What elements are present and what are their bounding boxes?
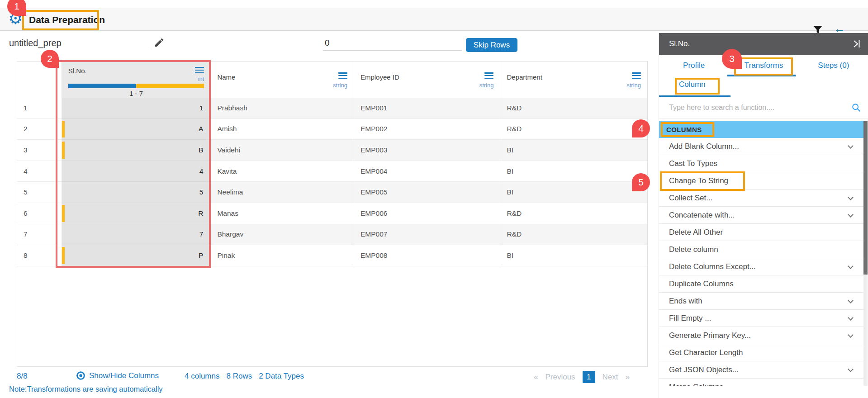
table-body: 1 1 Prabhash EMP001 R&D 2 A Amish EMP002… — [17, 98, 647, 266]
row-number-cell: 8 — [17, 245, 62, 266]
slno-cell[interactable]: 4 — [62, 161, 211, 182]
column-header-name[interactable]: Name string — [210, 62, 354, 98]
department-cell[interactable]: BI — [500, 161, 647, 182]
table-row[interactable]: 4 4 Kavita EMP004 BI — [17, 161, 647, 182]
employee-id-cell[interactable]: EMP008 — [354, 245, 500, 266]
transform-item-fill-empty[interactable]: Fill Empty ... — [659, 310, 863, 327]
name-cell[interactable]: Pinak — [210, 245, 354, 266]
chevron-down-icon[interactable] — [848, 332, 854, 338]
department-cell[interactable]: R&D — [500, 98, 647, 119]
rows-stat: 8 Rows — [226, 372, 252, 381]
function-search — [659, 97, 868, 118]
show-hide-columns[interactable]: Show/Hide Columns — [76, 371, 159, 380]
table-row[interactable]: 7 7 Bhargav EMP007 R&D — [17, 224, 647, 246]
table-row[interactable]: 1 1 Prabhash EMP001 R&D — [17, 98, 647, 119]
last-page-symbol[interactable]: » — [626, 373, 630, 382]
row-number-cell: 3 — [17, 140, 62, 161]
function-search-input[interactable] — [669, 101, 845, 114]
sidebar-scrollbar-thumb[interactable] — [863, 121, 868, 275]
skip-rows-button[interactable]: Skip Rows — [466, 38, 517, 52]
transform-item-delete-columns-except[interactable]: Delete Columns Except... — [659, 258, 863, 275]
transform-item-get-character-length[interactable]: Get Character Length — [659, 344, 863, 361]
department-cell[interactable]: R&D — [500, 224, 647, 246]
transform-item-generate-primary-key[interactable]: Generate Primary Key... — [659, 327, 863, 344]
collapse-panel-icon[interactable] — [852, 39, 861, 48]
transform-item-get-json-objects[interactable]: Get JSON Objects... — [659, 361, 863, 379]
table-row[interactable]: 2 A Amish EMP002 R&D — [17, 119, 647, 140]
skip-rows-input[interactable]: 0 — [325, 38, 330, 48]
employee-id-cell[interactable]: EMP003 — [354, 140, 500, 161]
chevron-down-icon[interactable] — [848, 366, 854, 372]
tab-profile[interactable]: Profile — [659, 55, 729, 76]
table-row[interactable]: 6 R Manas EMP006 R&D — [17, 203, 647, 224]
transform-item-delete-all-other[interactable]: Delete All Other — [659, 224, 863, 241]
column-name: Sl.No. — [68, 67, 87, 75]
search-icon[interactable] — [851, 103, 861, 113]
transform-item-delete-column[interactable]: Delete column — [659, 241, 863, 258]
department-cell[interactable]: R&D — [500, 119, 647, 140]
invalid-value-flag-bar — [62, 205, 65, 222]
department-cell[interactable]: BI — [500, 182, 647, 203]
name-cell[interactable]: Bhargav — [210, 224, 354, 246]
column-range: 1 - 7 — [62, 90, 211, 97]
table-row[interactable]: 8 P Pinak EMP008 BI — [17, 245, 647, 266]
transform-item-cast-to-types[interactable]: Cast To Types — [659, 155, 863, 172]
transform-item-collect-set[interactable]: Collect Set... — [659, 190, 863, 207]
column-menu-icon[interactable] — [484, 72, 493, 79]
table-row[interactable]: 5 5 Neelima EMP005 BI — [17, 182, 647, 203]
column-menu-icon[interactable] — [338, 72, 347, 79]
transform-item-duplicate-columns[interactable]: Duplicate Columns — [659, 275, 863, 293]
transform-item-merge-columns[interactable]: Merge Columns... — [659, 379, 863, 386]
previous-page-button[interactable]: Previous — [545, 373, 575, 382]
selected-column-title: Sl.No. — [669, 39, 690, 48]
column-header-department[interactable]: Department string — [500, 62, 647, 98]
column-header-slno[interactable]: Sl.No. int 1 - 7 — [62, 62, 211, 98]
chevron-down-icon[interactable] — [848, 212, 854, 218]
slno-cell[interactable]: 5 — [62, 182, 211, 203]
employee-id-cell[interactable]: EMP001 — [354, 98, 500, 119]
chevron-down-icon[interactable] — [848, 263, 854, 269]
column-type: string — [333, 82, 347, 89]
employee-id-cell[interactable]: EMP002 — [354, 119, 500, 140]
column-header-employee-id[interactable]: Employee ID string — [354, 62, 500, 98]
transform-item-change-to-string[interactable]: Change To String — [659, 172, 863, 190]
sidebar-tabs: Profile Transforms Steps (0) — [659, 55, 868, 76]
chevron-down-icon[interactable] — [848, 315, 854, 321]
name-cell[interactable]: Vaidehi — [210, 140, 354, 161]
name-cell[interactable]: Amish — [210, 119, 354, 140]
department-cell[interactable]: BI — [500, 140, 647, 161]
department-cell[interactable]: R&D — [500, 203, 647, 224]
edit-pencil-icon[interactable] — [154, 37, 165, 48]
name-cell[interactable]: Manas — [210, 203, 354, 224]
slno-cell[interactable]: 1 — [62, 98, 211, 119]
name-cell[interactable]: Kavita — [210, 161, 354, 182]
employee-id-cell[interactable]: EMP004 — [354, 161, 500, 182]
slno-cell[interactable]: B — [62, 140, 211, 161]
chevron-down-icon[interactable] — [848, 194, 854, 200]
employee-id-cell[interactable]: EMP005 — [354, 182, 500, 203]
slno-cell[interactable]: 7 — [62, 224, 211, 246]
app-title: Data Preparation — [29, 14, 105, 25]
subtab-column[interactable]: Column — [679, 80, 706, 89]
department-cell[interactable]: BI — [500, 245, 647, 266]
slno-cell[interactable]: R — [62, 203, 211, 224]
table-row[interactable]: 3 B Vaidehi EMP003 BI — [17, 140, 647, 161]
column-menu-icon[interactable] — [195, 67, 204, 73]
first-page-symbol[interactable]: « — [534, 373, 538, 382]
column-menu-icon[interactable] — [632, 72, 641, 79]
next-page-button[interactable]: Next — [602, 373, 618, 382]
chevron-down-icon[interactable] — [848, 143, 854, 149]
prep-name-field[interactable]: untitled_prep — [9, 38, 62, 48]
current-page-indicator[interactable]: 1 — [583, 371, 595, 383]
transform-item-ends-with[interactable]: Ends with — [659, 293, 863, 310]
employee-id-cell[interactable]: EMP006 — [354, 203, 500, 224]
slno-cell[interactable]: P — [62, 245, 211, 266]
chevron-down-icon[interactable] — [848, 298, 854, 303]
employee-id-cell[interactable]: EMP007 — [354, 224, 500, 246]
slno-cell[interactable]: A — [62, 119, 211, 140]
tab-steps[interactable]: Steps (0) — [799, 55, 868, 76]
name-cell[interactable]: Prabhash — [210, 98, 354, 119]
transform-item-add-blank-column[interactable]: Add Blank Column... — [659, 138, 863, 155]
name-cell[interactable]: Neelima — [210, 182, 354, 203]
transform-item-concatenate-with[interactable]: Concatenate with... — [659, 207, 863, 224]
